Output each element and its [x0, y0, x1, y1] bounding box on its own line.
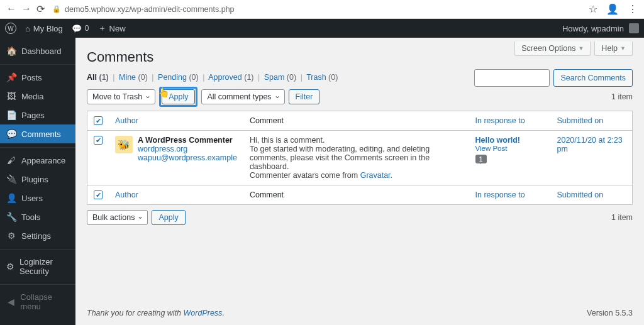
dashboard-icon: 🏠: [6, 46, 16, 56]
sidebar-item-appearance[interactable]: 🖌Appearance: [0, 151, 75, 170]
users-icon: 👤: [6, 193, 16, 203]
user-avatar-icon[interactable]: [629, 23, 639, 33]
lock-icon: 🔒: [52, 5, 61, 13]
pages-icon: 📄: [6, 110, 16, 120]
col-response[interactable]: In response to: [469, 111, 551, 131]
bulk-action-select-top[interactable]: Move to Trash: [87, 89, 155, 104]
select-all-checkbox-top[interactable]: ✔: [94, 116, 103, 125]
filter-button[interactable]: Filter: [289, 89, 320, 104]
row-checkbox[interactable]: ✔: [94, 136, 103, 145]
home-icon: ⌂: [25, 24, 30, 33]
appearance-icon: 🖌: [6, 155, 16, 165]
filter-spam[interactable]: Spam (0): [264, 73, 296, 82]
apply-button-highlight: Apply: [159, 87, 197, 107]
wp-footer: Thank you for creating with WordPress. V…: [75, 301, 644, 325]
main-content: Screen Options▼ Help▼ Comments Search Co…: [75, 38, 644, 325]
sidebar-item-dashboard[interactable]: 🏠Dashboard: [0, 41, 75, 60]
adminbar-site[interactable]: ⌂ My Blog: [25, 24, 63, 33]
col-comment: Comment: [243, 111, 469, 131]
item-count-bottom: 1 item: [611, 213, 633, 222]
sidebar-collapse[interactable]: ◀Collapse menu: [0, 288, 75, 316]
user-avatar-icon[interactable]: 👤: [606, 3, 619, 15]
search-comments-button[interactable]: Search Comments: [553, 69, 633, 87]
comment-date[interactable]: 2020/11/20 at 2:23 pm: [557, 136, 623, 153]
sidebar-item-comments[interactable]: 💬Comments: [0, 124, 75, 143]
filter-approved[interactable]: Approved (1): [208, 73, 253, 82]
gravatar-link[interactable]: Gravatar: [360, 171, 391, 180]
star-icon[interactable]: ☆: [589, 3, 597, 15]
search-comments-input[interactable]: [474, 69, 550, 87]
admin-sidebar: 🏠Dashboard 📌Posts 🖼Media 📄Pages 💬Comment…: [0, 38, 75, 325]
plus-icon: ＋: [98, 23, 106, 34]
sidebar-item-plugins[interactable]: 🔌Plugins: [0, 170, 75, 189]
wordpress-link[interactable]: WordPress: [184, 309, 223, 317]
url-text: demo5.wphow.xyz/wp-admin/edit-comments.p…: [65, 5, 235, 14]
plugins-icon: 🔌: [6, 174, 16, 184]
wp-version: Version 5.5.3: [587, 309, 633, 317]
response-post-link[interactable]: Hello world!: [475, 136, 545, 145]
gravatar-icon: 🐝: [115, 136, 133, 153]
adminbar-howdy[interactable]: Howdy, wpadmin: [562, 24, 624, 33]
author-email[interactable]: wapuu@wordpress.example: [138, 153, 237, 162]
apply-button-bottom[interactable]: Apply: [152, 210, 185, 225]
comments-icon: 💬: [6, 129, 16, 139]
apply-button-top[interactable]: Apply: [162, 89, 195, 104]
comments-icon: 💬: [72, 24, 82, 33]
comments-table: ✔ Author Comment In response to Submitte…: [87, 111, 633, 205]
col-date[interactable]: Submitted on: [551, 111, 633, 131]
view-post-link[interactable]: View Post: [475, 145, 545, 152]
comment-type-select[interactable]: All comment types: [201, 89, 284, 104]
adminbar-new[interactable]: ＋ New: [98, 23, 126, 34]
comment-body: Hi, this is a comment. To get started wi…: [243, 131, 469, 185]
kebab-icon[interactable]: ⋮: [628, 3, 638, 15]
settings-icon: ⚙: [6, 231, 16, 241]
reload-icon[interactable]: ⟳: [36, 3, 45, 15]
author-url[interactable]: wordpress.org: [138, 145, 237, 153]
back-icon[interactable]: ←: [6, 3, 16, 15]
screen-options-button[interactable]: Screen Options▼: [514, 41, 591, 56]
wp-adminbar: W ⌂ My Blog 💬 0 ＋ New Howdy, wpadmin: [0, 19, 644, 38]
tools-icon: 🔧: [6, 212, 16, 222]
sidebar-item-media[interactable]: 🖼Media: [0, 87, 75, 106]
chevron-down-icon: ▼: [578, 45, 584, 52]
chevron-down-icon: ▼: [620, 45, 626, 52]
filter-pending[interactable]: Pending (0): [158, 73, 199, 82]
select-all-checkbox-bottom[interactable]: ✔: [94, 190, 103, 199]
media-icon: 🖼: [6, 91, 16, 101]
browser-chrome: ← → ⟳ 🔒 demo5.wphow.xyz/wp-admin/edit-co…: [0, 0, 644, 19]
posts-icon: 📌: [6, 72, 16, 82]
filter-all[interactable]: All (1): [87, 73, 109, 82]
address-bar[interactable]: 🔒 demo5.wphow.xyz/wp-admin/edit-comments…: [52, 5, 581, 14]
table-header-row: ✔ Author Comment In response to Submitte…: [87, 111, 633, 131]
table-footer-row: ✔ Author Comment In response to Submitte…: [87, 185, 633, 205]
sidebar-item-pages[interactable]: 📄Pages: [0, 106, 75, 124]
item-count-top: 1 item: [611, 92, 633, 101]
col-author[interactable]: Author: [109, 111, 243, 131]
filter-trash[interactable]: Trash (0): [306, 73, 338, 82]
sidebar-item-settings[interactable]: ⚙Settings: [0, 226, 75, 245]
wordpress-logo-icon[interactable]: W: [5, 23, 16, 34]
forward-icon[interactable]: →: [21, 3, 31, 15]
gear-icon: ⚙: [6, 262, 14, 272]
sidebar-item-users[interactable]: 👤Users: [0, 189, 75, 207]
sidebar-item-posts[interactable]: 📌Posts: [0, 68, 75, 87]
sidebar-item-tools[interactable]: 🔧Tools: [0, 207, 75, 226]
help-button[interactable]: Help▼: [594, 41, 633, 56]
comment-row: ✔ 🐝 A WordPress Commenter wordpress.org …: [87, 131, 633, 185]
adminbar-comments[interactable]: 💬 0: [72, 24, 89, 33]
sidebar-item-loginizer[interactable]: ⚙Loginizer Security: [0, 253, 75, 280]
bulk-action-select-bottom[interactable]: Bulk actions: [87, 210, 148, 225]
author-name: A WordPress Commenter: [138, 136, 233, 145]
comment-count-bubble[interactable]: 1: [475, 155, 487, 163]
filter-mine[interactable]: Mine (0): [119, 73, 148, 82]
collapse-icon: ◀: [6, 297, 15, 307]
